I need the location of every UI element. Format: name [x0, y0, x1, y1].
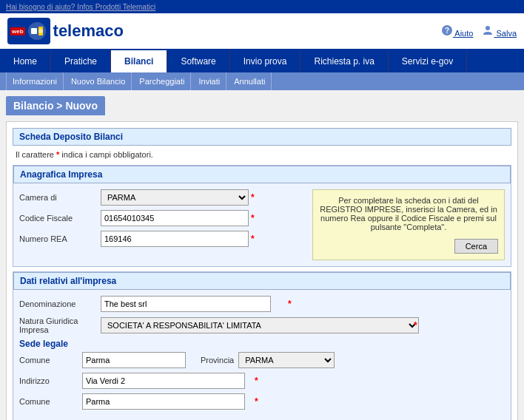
salva-link[interactable]: Salva — [482, 24, 517, 38]
codice-fiscale-control — [101, 210, 249, 226]
main-nav: Home Pratiche Bilanci Software Invio pro… — [0, 50, 524, 72]
svg-text:?: ? — [445, 27, 449, 35]
indirizzo-required: * — [252, 376, 264, 386]
cerca-button[interactable]: Cerca — [454, 239, 498, 254]
indirizzo-row: Indirizzo * — [19, 373, 505, 389]
page-content: Bilancio > Nuovo Scheda Deposito Bilanci… — [0, 90, 524, 420]
rea-required: * — [249, 234, 261, 244]
comune2-row: Comune * — [19, 393, 505, 410]
req-star: * — [56, 150, 59, 159]
denom-required: * — [286, 299, 298, 309]
natura-select[interactable]: SOCIETA' A RESPONSABILITA' LIMITATA SOCI… — [101, 317, 419, 333]
subnav-annullati[interactable]: Annullati — [228, 72, 272, 90]
comune2-input[interactable] — [82, 393, 245, 410]
cerca-row: Cerca — [319, 239, 498, 254]
denominazione-label: Denominazione — [19, 299, 101, 308]
indirizzo-label: Indirizzo — [19, 376, 75, 385]
provincia-label: Provincia — [201, 356, 234, 365]
info-box-text: Per completare la scheda con i dati del … — [319, 196, 498, 231]
rea-input[interactable] — [101, 231, 249, 247]
tab-pratiche[interactable]: Pratiche — [51, 50, 111, 72]
subnav-inviati[interactable]: Inviati — [192, 72, 226, 90]
tab-software[interactable]: Software — [167, 50, 229, 72]
sede-title: Sede legale — [19, 339, 505, 349]
codice-fiscale-label: Codice Fiscale — [19, 214, 101, 223]
comune2-label: Comune — [19, 397, 75, 406]
svg-point-6 — [486, 26, 490, 30]
subnav-informazioni[interactable]: Informazioni — [6, 72, 64, 90]
main-card: Scheda Deposito Bilanci Il carattere * i… — [6, 121, 518, 420]
telemaco-logo-icon — [27, 21, 47, 41]
denominazione-row: Denominazione * — [19, 296, 505, 312]
natura-required: * — [412, 320, 423, 331]
anagrafica-info-box: Per completare la scheda con i dati del … — [312, 189, 505, 260]
required-note: Il carattere * indica i campi obbligator… — [13, 150, 511, 159]
subnav-nuovo-bilancio[interactable]: Nuovo Bilancio — [65, 72, 132, 90]
anagrafica-layout: Camera di PARMA MILANO ROMA * Codice F — [19, 189, 505, 260]
camera-row: Camera di PARMA MILANO ROMA * — [19, 189, 305, 206]
comune-provincia-row: Comune Provincia PARMA MI RM — [19, 352, 505, 368]
tab-home[interactable]: Home — [0, 50, 51, 72]
anagrafica-section: Anagrafica Impresa Camera di PARMA MILAN… — [13, 165, 511, 267]
top-right-links: ? Aiuto Salva — [441, 24, 517, 38]
logo: web telemaco — [7, 18, 124, 44]
tab-invio-prova[interactable]: Invio prova — [230, 50, 301, 72]
dati-section: Dati relativi all'impresa Denominazione … — [13, 271, 511, 420]
help-link[interactable]: ? Aiuto — [441, 24, 474, 38]
top-link-1[interactable]: Hai bisogno di aiuto? Infos Prodotti Tel… — [6, 3, 155, 11]
subnav-parcheggiati[interactable]: Parcheggiati — [133, 72, 191, 90]
anagrafica-title: Anagrafica Impresa — [13, 166, 511, 183]
tab-richiesta-piva[interactable]: Richiesta p. iva — [300, 50, 388, 72]
help-icon: ? — [441, 24, 453, 36]
denominazione-control — [101, 296, 286, 312]
comune2-required: * — [252, 396, 264, 407]
natura-row: Natura Giuridica Impresa SOCIETA' A RESP… — [19, 316, 505, 334]
sub-nav: Informazioni Nuovo Bilancio Parcheggiati… — [0, 72, 524, 90]
camera-required: * — [249, 192, 261, 203]
scheda-header: Scheda Deposito Bilanci — [13, 128, 511, 146]
brand-name: telemaco — [53, 21, 124, 41]
comune-label: Comune — [19, 356, 75, 365]
camera-select[interactable]: PARMA MILANO ROMA — [101, 189, 249, 206]
rea-control — [101, 231, 249, 247]
indirizzo-input[interactable] — [82, 373, 245, 389]
anagrafica-left: Camera di PARMA MILANO ROMA * Codice F — [19, 189, 305, 260]
page-title: Bilancio > Nuovo — [6, 96, 105, 115]
codice-fiscale-input[interactable] — [101, 210, 249, 226]
provincia-select[interactable]: PARMA MI RM — [238, 352, 335, 368]
comune-input[interactable] — [82, 352, 186, 368]
logo-area: web telemaco ? Aiuto Salva — [0, 13, 524, 50]
web-badge: web — [10, 27, 25, 35]
provincia-group: Provincia PARMA MI RM — [201, 352, 335, 368]
cf-required: * — [249, 213, 261, 223]
camera-label: Camera di — [19, 193, 101, 202]
dati-title: Dati relativi all'impresa — [13, 272, 511, 290]
camera-control: PARMA MILANO ROMA — [101, 189, 249, 206]
top-bar: Hai bisogno di aiuto? Infos Prodotti Tel… — [0, 0, 524, 13]
rea-label: Numero REA — [19, 234, 101, 243]
denominazione-input[interactable] — [101, 296, 271, 312]
codice-fiscale-row: Codice Fiscale * — [19, 210, 305, 226]
person-icon — [482, 24, 494, 36]
tab-bilanci[interactable]: Bilanci — [111, 50, 167, 72]
svg-rect-1 — [31, 28, 37, 34]
natura-control: SOCIETA' A RESPONSABILITA' LIMITATA SOCI… — [101, 317, 412, 333]
tab-servizi-egov[interactable]: Servizi e-gov — [389, 50, 467, 72]
natura-label: Natura Giuridica Impresa — [19, 316, 101, 334]
svg-point-3 — [38, 29, 43, 33]
rea-row: Numero REA * — [19, 231, 305, 247]
